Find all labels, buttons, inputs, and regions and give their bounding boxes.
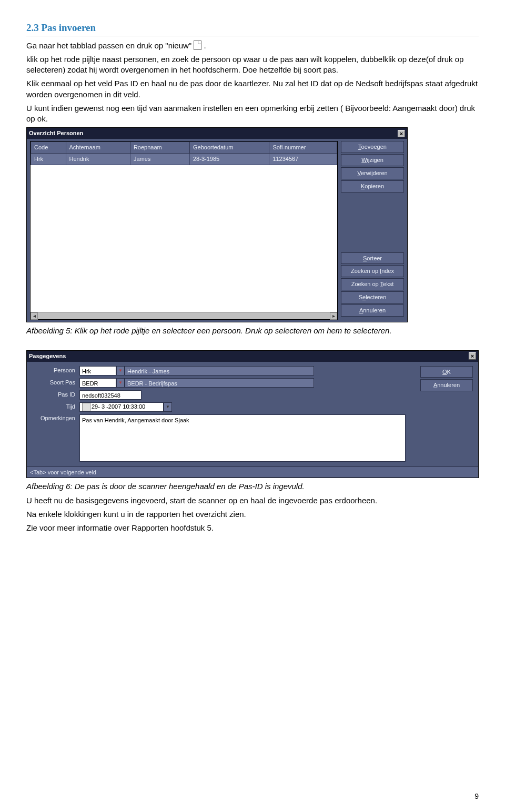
- label-tijd: Tijd: [32, 403, 79, 411]
- cell-roepnaam: James: [130, 154, 189, 165]
- cell-code: Hrk: [31, 154, 66, 165]
- intro-text-1b: .: [204, 41, 206, 50]
- verwijderen-button[interactable]: Verwijderen: [341, 167, 404, 179]
- label-opmerkingen: Opmerkingen: [32, 414, 79, 422]
- selecteren-button[interactable]: Selecteren: [341, 291, 404, 303]
- scroll-right-icon[interactable]: ▸: [330, 312, 337, 320]
- intro-line1: Ga naar het tabblad passen en druk op "n…: [26, 40, 479, 51]
- intro-line2: klik op het rode pijltje naast personen,…: [26, 54, 479, 76]
- soortpas-code-field[interactable]: BEDR: [79, 378, 116, 388]
- side-buttons: Toevoegen Wijzigen Verwijderen Kopieren …: [341, 141, 404, 320]
- dialog-title: Overzicht Personen: [29, 129, 83, 137]
- pasgegevens-dialog: Pasgegevens × Persoon Hrk ▼ Hendrik - Ja…: [26, 350, 479, 479]
- label-persoon: Persoon: [32, 367, 79, 374]
- caption-afbeelding-6: Afbeelding 6: De pas is door de scanner …: [26, 481, 479, 492]
- caption-afbeelding-5: Afbeelding 5: Klik op het rode pijltje e…: [26, 326, 479, 336]
- scroll-left-icon[interactable]: ◂: [31, 312, 38, 320]
- calendar-icon[interactable]: [82, 403, 90, 411]
- col-geboortedatum[interactable]: Geboortedatum: [190, 142, 269, 154]
- persoon-code-field[interactable]: Hrk: [79, 366, 116, 375]
- intro-text-1a: Ga naar het tabblad passen en druk op "n…: [26, 41, 194, 50]
- col-code[interactable]: Code: [31, 142, 66, 154]
- kopieren-button[interactable]: Kopieren: [341, 180, 404, 192]
- annuleren-button[interactable]: Annuleren: [341, 304, 404, 317]
- intro-line4: U kunt indien gewenst nog een tijd van a…: [26, 103, 479, 125]
- label-pasid: Pas ID: [32, 391, 79, 399]
- outro-line3: Zie voor meer informatie over Rapporten …: [26, 523, 479, 533]
- zoeken-index-button[interactable]: Zoeken op Index: [341, 265, 404, 277]
- toevoegen-button[interactable]: Toevoegen: [341, 141, 404, 153]
- dropdown-arrow-icon[interactable]: ▼: [116, 378, 125, 388]
- close-icon[interactable]: ×: [398, 130, 405, 137]
- dropdown-arrow-icon[interactable]: ▼: [116, 366, 125, 375]
- label-soortpas: Soort Pas: [32, 379, 79, 387]
- ok-button[interactable]: OK: [420, 366, 473, 378]
- col-sofinummer[interactable]: Sofi-nummer: [269, 142, 337, 154]
- persoon-name-display: Hendrik - James: [125, 366, 314, 375]
- dialog-titlebar: Overzicht Personen ×: [27, 128, 407, 139]
- dialog-titlebar: Pasgegevens ×: [27, 351, 478, 362]
- dropdown-arrow-icon[interactable]: ▼: [164, 402, 172, 412]
- cell-achternaam: Hendrik: [66, 154, 130, 165]
- close-icon[interactable]: ×: [469, 352, 476, 360]
- tijd-value: 29- 3 -2007 10:33:00: [92, 403, 145, 411]
- opmerkingen-field[interactable]: Pas van Hendrik, Aangemaakt door Sjaak: [79, 414, 406, 462]
- col-achternaam[interactable]: Achternaam: [66, 142, 130, 154]
- new-document-icon: [194, 40, 201, 50]
- intro-line3: Klik eenmaal op het veld Pas ID en haal …: [26, 78, 479, 100]
- soortpas-name-display: BEDR - Bedrijfspas: [125, 378, 314, 388]
- pasid-field[interactable]: nedsoft032548: [79, 390, 142, 400]
- status-bar: <Tab> voor volgende veld: [27, 466, 478, 478]
- sorteer-button[interactable]: Sorteer: [341, 252, 404, 265]
- personen-table: Code Achternaam Roepnaam Geboortedatum S…: [30, 141, 338, 320]
- table-header-row: Code Achternaam Roepnaam Geboortedatum S…: [31, 142, 337, 154]
- annuleren-button[interactable]: Annuleren: [420, 379, 473, 391]
- col-roepnaam[interactable]: Roepnaam: [130, 142, 189, 154]
- horizontal-scrollbar[interactable]: ◂ ▸: [31, 312, 337, 319]
- cell-geboortedatum: 28-3-1985: [190, 154, 269, 165]
- table-row[interactable]: Hrk Hendrik James 28-3-1985 11234567: [31, 154, 337, 165]
- outro-line1: U heeft nu de basisgegevens ingevoerd, s…: [26, 495, 479, 506]
- wijzigen-button[interactable]: Wijzigen: [341, 154, 404, 166]
- cell-sofinummer: 11234567: [269, 154, 337, 165]
- section-heading: 2.3 Pas invoeren: [26, 21, 479, 36]
- tijd-field[interactable]: 29- 3 -2007 10:33:00: [79, 402, 164, 412]
- overzicht-personen-dialog: Overzicht Personen × Code Achternaam Roe…: [26, 127, 408, 322]
- dialog-title: Pasgegevens: [29, 352, 66, 360]
- zoeken-tekst-button[interactable]: Zoeken op Tekst: [341, 278, 404, 290]
- outro-line2: Na enkele klokkingen kunt u in de rappor…: [26, 509, 479, 520]
